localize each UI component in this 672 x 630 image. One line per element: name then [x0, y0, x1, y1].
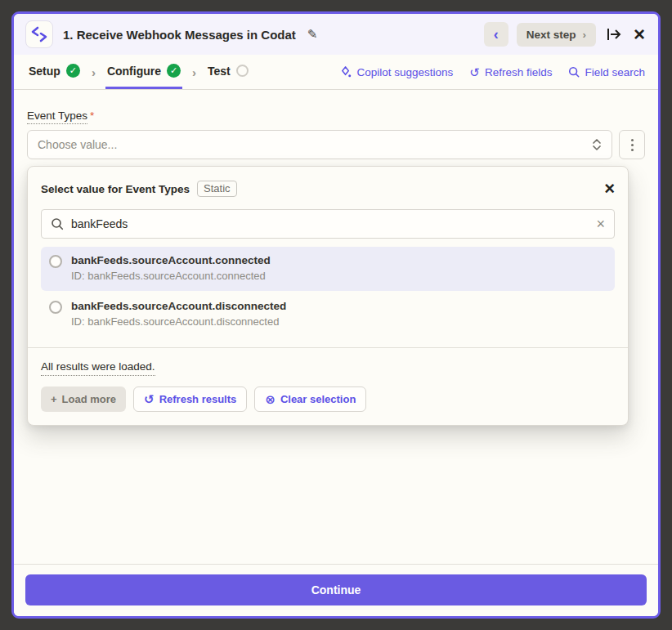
modal-title: Select value for Event Types	[41, 183, 190, 195]
option-label: bankFeeds.sourceAccount.connected	[71, 253, 271, 269]
option-row-disconnected[interactable]: bankFeeds.sourceAccount.disconnected ID:…	[41, 293, 615, 337]
tab-test-label: Test	[208, 65, 231, 78]
next-step-button[interactable]: Next step ›	[517, 23, 596, 47]
search-icon	[51, 217, 64, 230]
copilot-suggestions-label: Copilot suggestions	[357, 66, 454, 78]
close-panel-button[interactable]: ×	[632, 23, 647, 46]
dots-vertical-icon	[631, 139, 634, 141]
codat-app-icon	[25, 20, 53, 48]
step-tabs: Setup ✓ › Configure ✓ › Test Copilot sug…	[14, 55, 658, 90]
chevron-up-down-icon	[592, 138, 602, 151]
tab-setup-label: Setup	[29, 65, 60, 78]
next-step-label: Next step	[526, 29, 576, 41]
sparkle-icon	[340, 66, 352, 78]
event-types-dropdown[interactable]: Choose value...	[27, 130, 612, 159]
close-icon: ×	[604, 178, 615, 199]
refresh-results-label: Refresh results	[159, 393, 237, 405]
option-label: bankFeeds.sourceAccount.disconnected	[71, 299, 286, 315]
refresh-icon: ↺	[469, 66, 480, 78]
tab-configure[interactable]: Configure ✓	[105, 55, 182, 89]
load-more-label: Load more	[62, 393, 116, 405]
load-more-button[interactable]: + Load more	[41, 386, 126, 412]
static-badge: Static	[197, 181, 237, 197]
tab-setup[interactable]: Setup ✓	[27, 55, 82, 89]
configure-content: Event Types* Choose value... Select valu…	[14, 90, 658, 564]
chevron-right-icon: ›	[582, 29, 586, 41]
field-search-button[interactable]: Field search	[568, 66, 645, 78]
option-list: bankFeeds.sourceAccount.connected ID: ba…	[41, 247, 615, 336]
field-options-menu-button[interactable]	[619, 130, 645, 159]
panel-footer: Continue	[14, 564, 658, 616]
event-types-label-row: Event Types*	[27, 109, 645, 124]
header-actions: ‹ Next step › ×	[484, 22, 647, 47]
plus-icon: +	[51, 393, 57, 405]
test-incomplete-icon	[236, 65, 249, 77]
tab-action-links: Copilot suggestions ↺ Refresh fields Fie…	[340, 55, 646, 89]
step-header: 1. Receive Webhook Messages in Codat ✎ ‹…	[14, 14, 658, 55]
modal-close-button[interactable]: ×	[604, 180, 615, 198]
search-icon	[568, 66, 580, 78]
tab-separator-icon: ›	[92, 55, 96, 89]
circle-x-icon: ⊗	[265, 393, 276, 405]
refresh-icon: ↺	[144, 393, 155, 405]
option-search-box: ×	[41, 209, 615, 239]
refresh-results-button[interactable]: ↺ Refresh results	[133, 386, 247, 412]
step-editor-panel: 1. Receive Webhook Messages in Codat ✎ ‹…	[11, 11, 661, 619]
setup-complete-icon: ✓	[66, 64, 80, 78]
dropdown-placeholder: Choose value...	[38, 138, 117, 151]
clear-search-button[interactable]: ×	[596, 217, 605, 231]
continue-button[interactable]: Continue	[25, 574, 647, 605]
step-title: 1. Receive Webhook Messages in Codat	[63, 28, 296, 42]
clear-selection-button[interactable]: ⊗ Clear selection	[254, 386, 366, 412]
refresh-fields-button[interactable]: ↺ Refresh fields	[469, 66, 552, 78]
option-id: ID: bankFeeds.sourceAccount.connected	[71, 269, 271, 284]
chevron-left-icon: ‹	[494, 27, 499, 42]
clear-selection-label: Clear selection	[280, 393, 356, 405]
radio-unselected-icon[interactable]	[49, 301, 62, 314]
codat-logo-icon	[31, 26, 47, 42]
configure-complete-icon: ✓	[167, 64, 181, 78]
modal-footer: All results were loaded. + Load more ↺ R…	[28, 348, 628, 425]
option-row-connected[interactable]: bankFeeds.sourceAccount.connected ID: ba…	[41, 247, 615, 291]
modal-footer-buttons: + Load more ↺ Refresh results ⊗ Clear se…	[41, 386, 615, 412]
select-value-modal: Select value for Event Types Static × × …	[27, 166, 629, 426]
copilot-suggestions-button[interactable]: Copilot suggestions	[340, 66, 454, 78]
event-types-field-row: Choose value...	[27, 130, 645, 159]
edit-title-icon[interactable]: ✎	[307, 27, 318, 42]
collapse-panel-button[interactable]	[604, 25, 624, 43]
results-status-text: All results were loaded.	[41, 360, 155, 376]
field-search-label: Field search	[585, 66, 645, 78]
tab-configure-label: Configure	[107, 65, 161, 78]
event-types-label: Event Types	[27, 109, 87, 124]
close-icon: ×	[634, 25, 645, 44]
refresh-fields-label: Refresh fields	[485, 66, 553, 78]
modal-header: Select value for Event Types Static ×	[28, 167, 628, 198]
required-marker: *	[90, 109, 94, 122]
option-search-input[interactable]	[71, 217, 589, 230]
close-icon: ×	[596, 216, 605, 232]
collapse-right-icon	[606, 27, 622, 42]
radio-unselected-icon[interactable]	[49, 255, 62, 268]
tab-separator-icon: ›	[192, 55, 196, 89]
option-id: ID: bankFeeds.sourceAccount.disconnected	[71, 315, 286, 330]
previous-step-button[interactable]: ‹	[484, 22, 508, 47]
tab-test[interactable]: Test	[206, 55, 250, 89]
